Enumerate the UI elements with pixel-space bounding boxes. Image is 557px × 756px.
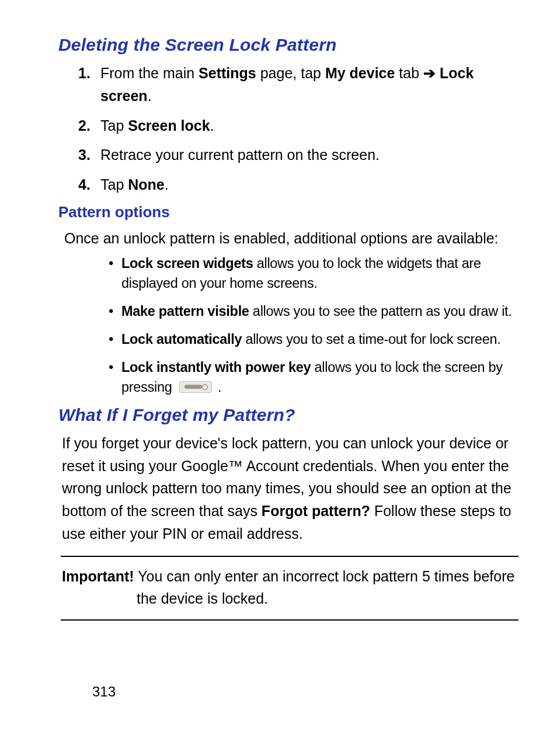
bold-label: Lock automatically bbox=[121, 332, 242, 347]
note-line-2: the device is locked. bbox=[62, 587, 517, 610]
heading-pattern-options: Pattern options bbox=[58, 203, 522, 221]
step-4: Tap None. bbox=[100, 173, 522, 196]
text: Tap bbox=[100, 176, 128, 193]
text: allows you to set a time-out for lock sc… bbox=[242, 332, 500, 347]
bold-my-device: My device bbox=[325, 65, 395, 81]
option-lock-instantly-power-key: Lock instantly with power key allows you… bbox=[121, 357, 522, 397]
pattern-options-intro: Once an unlock pattern is enabled, addit… bbox=[64, 227, 522, 250]
bold-screen-lock: Screen lock bbox=[128, 117, 210, 134]
option-lock-automatically: Lock automatically allows you to set a t… bbox=[121, 329, 522, 349]
option-lock-screen-widgets: Lock screen widgets allows you to lock t… bbox=[121, 253, 522, 293]
heading-forget-pattern: What If I Forget my Pattern? bbox=[58, 405, 522, 425]
option-make-pattern-visible: Make pattern visible allows you to see t… bbox=[121, 301, 522, 321]
document-page: Deleting the Screen Lock Pattern From th… bbox=[0, 0, 557, 756]
important-label: Important! bbox=[62, 568, 134, 584]
text: Retrace your current pattern on the scre… bbox=[100, 147, 380, 163]
text: From the main bbox=[100, 65, 199, 81]
bold-label: Make pattern visible bbox=[121, 304, 249, 319]
text: . bbox=[214, 379, 221, 395]
step-1: From the main Settings page, tap My devi… bbox=[100, 62, 522, 107]
text: You can only enter an incorrect lock pat… bbox=[134, 568, 515, 584]
power-key-icon bbox=[179, 381, 212, 393]
text: Tap bbox=[100, 117, 128, 134]
heading-deleting-pattern: Deleting the Screen Lock Pattern bbox=[58, 35, 522, 55]
pattern-options-list: Lock screen widgets allows you to lock t… bbox=[58, 253, 522, 397]
bold-forgot-pattern: Forgot pattern? bbox=[262, 503, 370, 519]
bold-settings: Settings bbox=[199, 65, 256, 81]
text: . bbox=[148, 88, 152, 104]
arrow-icon: ➔ bbox=[423, 65, 436, 81]
forget-pattern-paragraph: If you forget your device's lock pattern… bbox=[62, 432, 517, 545]
bold-label: Lock screen widgets bbox=[121, 256, 253, 271]
text: page, tap bbox=[256, 65, 325, 81]
step-3: Retrace your current pattern on the scre… bbox=[100, 144, 522, 166]
page-number: 313 bbox=[92, 684, 116, 700]
important-note: Important! You can only enter an incorre… bbox=[61, 556, 518, 621]
bold-none: None bbox=[128, 176, 165, 193]
text: allows you to see the pattern as you dra… bbox=[249, 304, 512, 319]
bold-label: Lock instantly with power key bbox=[121, 360, 311, 375]
text: . bbox=[210, 117, 214, 134]
text: . bbox=[165, 176, 169, 193]
step-2: Tap Screen lock. bbox=[100, 114, 522, 137]
text: tab bbox=[395, 65, 423, 81]
steps-list: From the main Settings page, tap My devi… bbox=[58, 62, 522, 196]
note-line-1: Important! You can only enter an incorre… bbox=[62, 565, 517, 588]
